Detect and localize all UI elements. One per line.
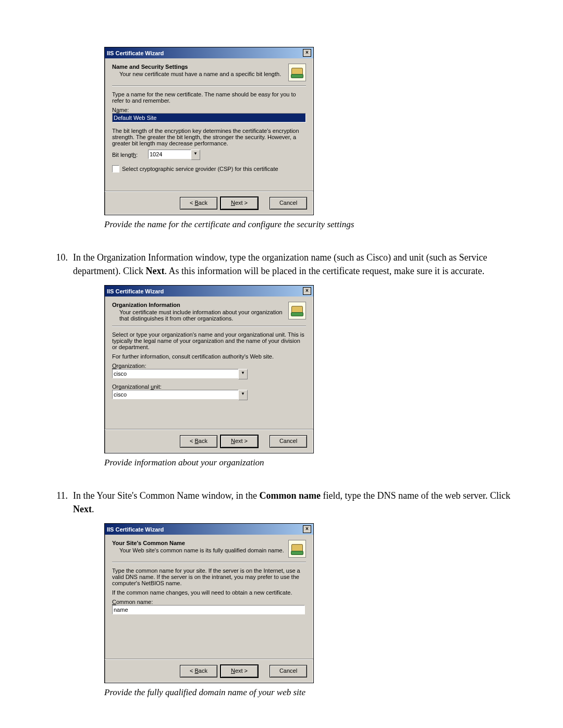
- name-label: Name:: [112, 107, 306, 113]
- window-title: IIS Certificate Wizard: [107, 50, 164, 56]
- dialog-org-info: IIS Certificate Wizard × Organization In…: [104, 285, 314, 453]
- chevron-down-icon[interactable]: ▼: [238, 369, 248, 379]
- dialog-header: Your Site's Common Name Your Web site's …: [112, 540, 306, 562]
- cancel-button[interactable]: Cancel: [270, 197, 307, 209]
- page-content: IIS Certificate Wizard × Name and Securi…: [0, 0, 563, 728]
- titlebar: IIS Certificate Wizard ×: [105, 524, 313, 535]
- csp-label: Select cryptographic service provider (C…: [122, 166, 278, 172]
- window-title: IIS Certificate Wizard: [107, 288, 164, 294]
- bitlength-input[interactable]: [148, 150, 191, 159]
- dialog-body: Name and Security Settings Your new cert…: [105, 58, 313, 191]
- step-text: In the Organization Information window, …: [73, 251, 516, 278]
- dialog-header: Name and Security Settings Your new cert…: [112, 64, 306, 86]
- figure-caption: Provide the name for the certificate and…: [104, 219, 516, 230]
- chevron-down-icon[interactable]: ▼: [191, 150, 200, 160]
- button-row: < Back Next > Cancel: [105, 191, 313, 215]
- dialog-subtitle: Your Web site's common name is its fully…: [119, 547, 284, 553]
- window-title: IIS Certificate Wizard: [107, 526, 164, 533]
- certificate-icon: [288, 64, 306, 81]
- button-row: < Back Next > Cancel: [105, 659, 313, 683]
- cn-label: Common name:: [112, 599, 306, 605]
- instruction-text: Select or type your organization's name …: [112, 331, 306, 350]
- instruction-text: Type the common name for your site. If t…: [112, 567, 306, 586]
- close-icon[interactable]: ×: [303, 287, 311, 295]
- close-icon[interactable]: ×: [303, 525, 311, 533]
- dialog-name-security: IIS Certificate Wizard × Name and Securi…: [104, 47, 314, 215]
- step-number: 10.: [47, 251, 73, 278]
- dialog-body: Organization Information Your certificat…: [105, 297, 313, 429]
- back-button[interactable]: < Back: [180, 665, 217, 677]
- dialog-heading: Organization Information: [112, 302, 284, 308]
- org-combo[interactable]: ▼: [112, 369, 248, 379]
- figure-3: IIS Certificate Wizard × Your Site's Com…: [104, 523, 516, 698]
- next-button[interactable]: Next >: [221, 435, 258, 448]
- certificate-icon: [288, 302, 306, 319]
- certificate-icon: [288, 540, 306, 558]
- instruction-text: If the common name changes, you will nee…: [112, 589, 306, 596]
- org-input[interactable]: [112, 369, 238, 378]
- figure-caption: Provide the fully qualified domain name …: [104, 687, 516, 698]
- cancel-button[interactable]: Cancel: [270, 665, 307, 677]
- dialog-subtitle: Your certificate must include informatio…: [119, 309, 284, 322]
- step-11: 11. In the Your Site's Common Name windo…: [47, 489, 516, 516]
- name-input[interactable]: [112, 113, 306, 122]
- ou-label: Organizational unit:: [112, 384, 306, 390]
- bitlength-label: Bit length:: [112, 152, 138, 158]
- cancel-button[interactable]: Cancel: [270, 435, 307, 448]
- ou-input[interactable]: [112, 390, 238, 399]
- csp-checkbox[interactable]: [112, 165, 119, 172]
- bitlength-combo[interactable]: ▼: [148, 150, 200, 160]
- figure-caption: Provide information about your organizat…: [104, 458, 516, 468]
- titlebar: IIS Certificate Wizard ×: [105, 286, 313, 297]
- dialog-heading: Your Site's Common Name: [112, 540, 284, 546]
- dialog-header: Organization Information Your certificat…: [112, 302, 306, 326]
- titlebar: IIS Certificate Wizard ×: [105, 47, 313, 58]
- figure-2: IIS Certificate Wizard × Organization In…: [104, 285, 516, 468]
- cn-input[interactable]: [112, 605, 305, 614]
- figure-1: IIS Certificate Wizard × Name and Securi…: [104, 47, 516, 230]
- instruction-text: Type a name for the new certificate. The…: [112, 91, 306, 104]
- back-button[interactable]: < Back: [180, 435, 217, 448]
- chevron-down-icon[interactable]: ▼: [238, 390, 248, 400]
- dialog-common-name: IIS Certificate Wizard × Your Site's Com…: [104, 523, 314, 683]
- button-row: < Back Next > Cancel: [105, 429, 313, 453]
- dialog-subtitle: Your new certificate must have a name an…: [119, 71, 284, 77]
- instruction-text: The bit length of the encryption key det…: [112, 128, 306, 146]
- back-button[interactable]: < Back: [180, 197, 217, 209]
- close-icon[interactable]: ×: [303, 49, 311, 57]
- instruction-text: For further information, consult certifi…: [112, 353, 306, 360]
- dialog-heading: Name and Security Settings: [112, 64, 284, 70]
- ou-combo[interactable]: ▼: [112, 390, 248, 400]
- step-text: In the Your Site's Common Name window, i…: [73, 489, 516, 516]
- next-button[interactable]: Next >: [221, 665, 258, 677]
- step-10: 10. In the Organization Information wind…: [47, 251, 516, 278]
- next-button[interactable]: Next >: [221, 197, 258, 209]
- step-number: 11.: [47, 489, 73, 516]
- dialog-body: Your Site's Common Name Your Web site's …: [105, 535, 313, 659]
- org-label: Organization:: [112, 363, 306, 369]
